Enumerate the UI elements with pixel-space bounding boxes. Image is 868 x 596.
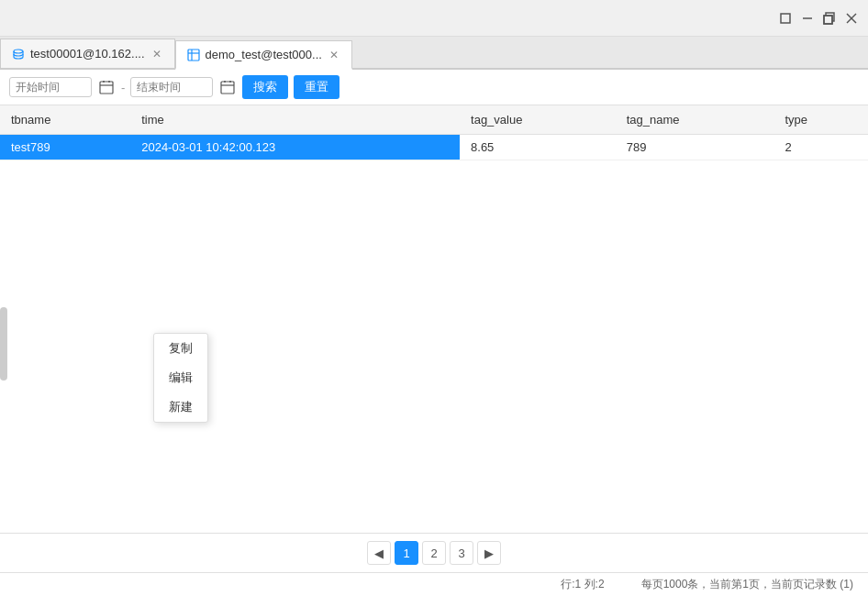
svg-point-7: [14, 50, 23, 53]
cell-type: 2: [773, 135, 868, 160]
pagination: ◀ 1 2 3 ▶: [0, 533, 868, 572]
cell-tag-name: 789: [616, 135, 774, 160]
cell-time: 2024-03-01 10:42:00.123: [130, 135, 460, 160]
tab-bar: test00001@10.162.... ✕ demo_test@test000…: [0, 37, 868, 70]
context-menu-edit[interactable]: 编辑: [154, 363, 207, 392]
svg-rect-0: [781, 14, 790, 23]
left-scrollbar[interactable]: [0, 307, 7, 381]
context-menu-new[interactable]: 新建: [154, 392, 207, 422]
svg-rect-3: [824, 16, 832, 24]
db-icon: [12, 48, 25, 61]
data-table: tbname time tag_value tag_name type test…: [0, 105, 868, 160]
context-menu: 复制 编辑 新建: [153, 333, 208, 423]
svg-rect-11: [100, 82, 113, 94]
svg-rect-8: [188, 50, 199, 61]
page-3-button[interactable]: 3: [450, 541, 473, 565]
cell-tbname: test789: [0, 135, 130, 160]
main-container: test00001@10.162.... ✕ demo_test@test000…: [0, 37, 868, 596]
next-page-button[interactable]: ▶: [477, 541, 501, 565]
toolbar: - 搜索 重置: [0, 70, 868, 105]
minimize-button[interactable]: [800, 11, 815, 26]
col-type: type: [773, 105, 868, 135]
col-tbname: tbname: [0, 105, 130, 135]
time-separator: -: [121, 81, 125, 94]
tab-label: test00001@10.162....: [30, 47, 145, 61]
cursor-position: 行:1 列:2: [561, 577, 604, 592]
col-tag-name: tag_name: [616, 105, 774, 135]
col-time: time: [130, 105, 460, 135]
maximize-button[interactable]: [778, 11, 793, 26]
restore-button[interactable]: [822, 11, 837, 26]
table-icon: [187, 49, 200, 61]
table-row[interactable]: test789 2024-03-01 10:42:00.123 8.65 789…: [0, 135, 868, 160]
start-calendar-icon[interactable]: [97, 78, 116, 96]
titlebar: [0, 0, 868, 37]
prev-page-button[interactable]: ◀: [367, 541, 391, 565]
col-tag-value: tag_value: [460, 105, 616, 135]
cell-tag-value: 8.65: [460, 135, 616, 160]
table-container: tbname time tag_value tag_name type test…: [0, 105, 868, 533]
tab-demo-test[interactable]: demo_test@test000... ✕: [175, 40, 352, 70]
end-time-input[interactable]: [130, 77, 213, 97]
record-info: 每页1000条，当前第1页，当前页记录数 (1): [641, 577, 853, 592]
context-menu-copy[interactable]: 复制: [154, 334, 207, 363]
window-controls: [778, 11, 859, 26]
table-header-row: tbname time tag_value tag_name type: [0, 105, 868, 135]
page-2-button[interactable]: 2: [422, 541, 446, 565]
status-bar: 行:1 列:2 每页1000条，当前第1页，当前页记录数 (1): [0, 572, 868, 596]
svg-rect-15: [221, 82, 234, 94]
close-button[interactable]: [844, 11, 859, 26]
tab-label: demo_test@test000...: [206, 48, 322, 61]
end-calendar-icon[interactable]: [218, 78, 237, 96]
tab-close-button[interactable]: ✕: [150, 46, 163, 62]
search-button[interactable]: 搜索: [242, 75, 288, 99]
reset-button[interactable]: 重置: [294, 75, 339, 99]
page-1-button[interactable]: 1: [395, 541, 418, 565]
tab-test00001[interactable]: test00001@10.162.... ✕: [0, 39, 175, 68]
start-time-input[interactable]: [9, 77, 92, 97]
tab-close-button[interactable]: ✕: [328, 47, 340, 63]
